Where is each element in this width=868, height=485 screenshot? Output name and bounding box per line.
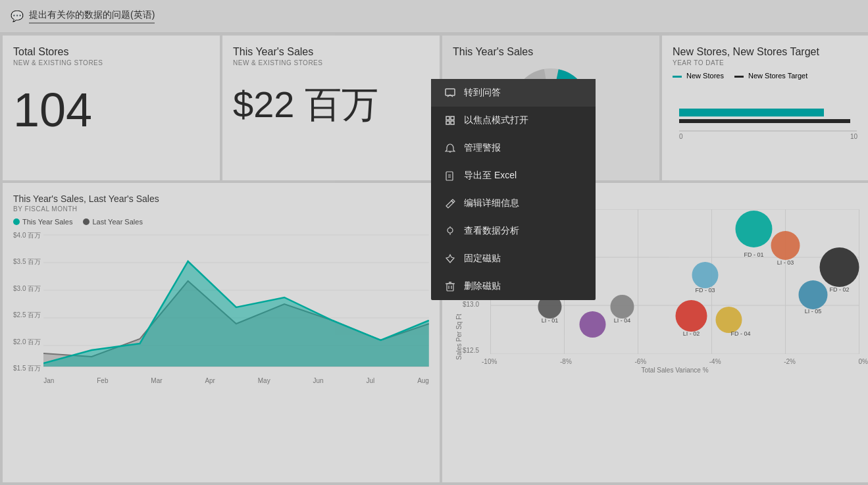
pin-icon-svg: [445, 253, 455, 264]
menu-item-analyze[interactable]: 查看数据分析: [431, 217, 596, 245]
svg-rect-47: [451, 116, 454, 120]
svg-rect-46: [446, 116, 449, 120]
edit-icon: [444, 197, 456, 209]
menu-label-edit: 编辑详细信息: [464, 197, 519, 209]
menu-label-delete: 删除磁贴: [464, 280, 501, 292]
menu-item-export[interactable]: 导出至 Excel: [431, 162, 596, 190]
menu-label-focus: 以焦点模式打开: [464, 115, 528, 126]
analyze-icon-svg: [445, 226, 455, 236]
menu-item-delete[interactable]: 删除磁贴: [431, 272, 596, 300]
export-icon-svg: [445, 170, 455, 181]
menu-label-qa: 转到问答: [464, 87, 501, 99]
pin-icon: [444, 253, 456, 265]
svg-rect-50: [446, 172, 453, 180]
menu-label-pin: 固定磁贴: [464, 253, 501, 265]
qa-icon-svg: [445, 88, 455, 98]
menu-item-edit[interactable]: 编辑详细信息: [431, 190, 596, 217]
export-icon: [444, 170, 456, 182]
edit-icon-svg: [445, 198, 455, 209]
svg-rect-49: [451, 121, 454, 124]
menu-label-analyze: 查看数据分析: [464, 225, 519, 237]
menu-label-export: 导出至 Excel: [464, 170, 517, 182]
menu-item-qa[interactable]: 转到问答: [431, 79, 596, 107]
svg-rect-48: [446, 121, 449, 124]
menu-item-focus[interactable]: 以焦点模式打开: [431, 107, 596, 134]
delete-icon: [444, 280, 456, 292]
context-menu: 转到问答 以焦点模式打开 管理警报: [431, 79, 596, 300]
analyze-icon: [444, 225, 456, 237]
svg-rect-56: [447, 284, 453, 291]
menu-item-alert[interactable]: 管理警报: [431, 134, 596, 162]
focus-icon: [444, 115, 456, 126]
svg-point-53: [447, 228, 453, 233]
alert-icon: [444, 142, 456, 154]
alert-icon-svg: [445, 143, 455, 153]
focus-icon-svg: [445, 115, 455, 126]
menu-label-alert: 管理警报: [464, 142, 501, 154]
menu-item-pin[interactable]: 固定磁贴: [431, 245, 596, 272]
delete-icon-svg: [445, 281, 455, 292]
qa-icon: [444, 87, 456, 99]
